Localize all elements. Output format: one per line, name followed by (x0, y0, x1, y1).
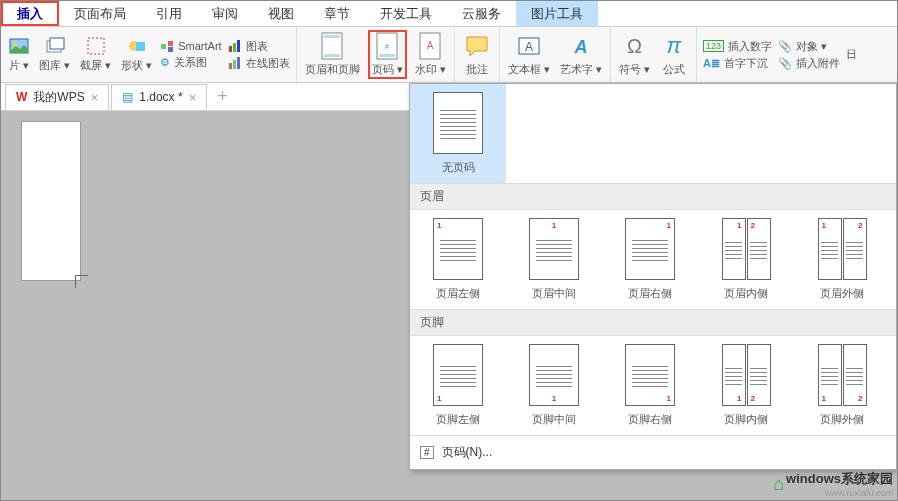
svg-text:#: # (385, 43, 389, 50)
smartart-icon (160, 39, 174, 53)
wordart-button[interactable]: A艺术字 ▾ (558, 32, 604, 77)
svg-point-1 (13, 42, 17, 46)
textbox-button[interactable]: A文本框 ▾ (506, 32, 552, 77)
svg-rect-13 (229, 63, 232, 69)
onlinechart-icon (228, 56, 242, 70)
svg-rect-3 (50, 38, 64, 49)
watermark-button[interactable]: A水印 ▾ (413, 32, 448, 77)
screenshot-icon (86, 36, 106, 56)
textbox-icon: A (515, 32, 543, 60)
symbol-icon: Ω (620, 32, 648, 60)
relation-button[interactable]: ⚙关系图 (160, 55, 221, 70)
svg-rect-7 (161, 44, 166, 49)
ribbon: 片 ▾ 图库 ▾ 截屏 ▾ 形状 ▾ SmartArt ⚙关系图 图表 在线图表… (1, 27, 897, 83)
footer-options: 1页脚左侧 1页脚中间 1页脚右侧 12页脚内侧 12页脚外侧 (410, 336, 896, 435)
menu-tabs: 插入 页面布局 引用 审阅 视图 章节 开发工具 云服务 图片工具 (1, 1, 897, 27)
tab-chapter[interactable]: 章节 (309, 1, 365, 26)
watermark: ⌂ windows系统家园www.ruxiafu.com (773, 470, 893, 498)
insertnum-button[interactable]: 123插入数字 (703, 39, 772, 54)
shapes-button[interactable]: 形状 ▾ (119, 36, 154, 73)
pagenum-icon: # (373, 32, 401, 60)
section-header: 页眉 (410, 183, 896, 210)
comment-button[interactable]: 批注 (461, 32, 493, 77)
svg-rect-4 (88, 38, 104, 54)
watermark-icon: A (416, 32, 444, 60)
page-preview (21, 121, 81, 281)
tab-insert[interactable]: 插入 (1, 1, 59, 26)
shapes-icon (127, 36, 147, 56)
pagenum-more[interactable]: #页码(N)... (410, 435, 896, 469)
picture-button[interactable]: 片 ▾ (7, 36, 31, 73)
svg-rect-21 (379, 54, 395, 57)
svg-rect-17 (324, 35, 340, 38)
comment-icon (463, 32, 491, 60)
header-outer[interactable]: 12页眉外侧 (794, 210, 890, 309)
formula-button[interactable]: π公式 (658, 32, 690, 77)
header-options: 1页眉左侧 1页眉中间 1页眉右侧 12页眉内侧 12页眉外侧 (410, 210, 896, 309)
symbol-button[interactable]: Ω符号 ▾ (617, 32, 652, 77)
pagenum-none[interactable]: 无页码 (410, 84, 506, 183)
tab-view[interactable]: 视图 (253, 1, 309, 26)
footer-left[interactable]: 1页脚左侧 (410, 336, 506, 435)
wps-icon: W (16, 90, 27, 104)
svg-rect-12 (237, 40, 240, 52)
wordart-icon: A (567, 32, 595, 60)
relation-icon: ⚙ (160, 56, 170, 69)
headerfooter-icon (318, 32, 346, 60)
chart-icon (228, 39, 242, 53)
screenshot-button[interactable]: 截屏 ▾ (78, 36, 113, 73)
dropcap-button[interactable]: A≣首字下沉 (703, 56, 772, 71)
doc-icon: ▤ (122, 90, 133, 104)
footer-right[interactable]: 1页脚右侧 (602, 336, 698, 435)
svg-text:A: A (525, 40, 533, 54)
svg-rect-10 (229, 46, 232, 52)
tab-review[interactable]: 审阅 (197, 1, 253, 26)
gallery-button[interactable]: 图库 ▾ (37, 36, 72, 73)
svg-rect-15 (237, 57, 240, 69)
formula-icon: π (660, 32, 688, 60)
header-inner[interactable]: 12页眉内侧 (698, 210, 794, 309)
object-button[interactable]: 📎对象 ▾ (778, 39, 840, 54)
hash-icon: # (420, 446, 434, 459)
attach-button[interactable]: 📎插入附件 (778, 56, 840, 71)
dropcap-icon: A≣ (703, 57, 720, 70)
number-icon: 123 (703, 40, 724, 52)
svg-rect-6 (136, 42, 145, 51)
svg-rect-14 (233, 60, 236, 69)
footer-center[interactable]: 1页脚中间 (506, 336, 602, 435)
house-icon: ⌂ (773, 474, 784, 495)
smartart-button[interactable]: SmartArt (160, 39, 221, 53)
tab-dev[interactable]: 开发工具 (365, 1, 447, 26)
date-button[interactable]: 日 (846, 47, 857, 62)
doc-tab-file[interactable]: ▤1.docx *× (111, 84, 207, 110)
headerfooter-button[interactable]: 页眉和页脚 (303, 32, 362, 77)
svg-rect-8 (168, 41, 173, 46)
svg-rect-9 (168, 47, 173, 52)
tab-cloud[interactable]: 云服务 (447, 1, 516, 26)
attach-icon: 📎 (778, 57, 792, 70)
chart-button[interactable]: 图表 (228, 39, 290, 54)
header-center[interactable]: 1页眉中间 (506, 210, 602, 309)
footer-inner[interactable]: 12页脚内侧 (698, 336, 794, 435)
gallery-icon (45, 36, 65, 56)
pagenum-button[interactable]: #页码 ▾ (368, 30, 407, 79)
svg-text:A: A (427, 40, 434, 51)
tab-layout[interactable]: 页面布局 (59, 1, 141, 26)
svg-rect-18 (324, 54, 340, 57)
picture-icon (9, 36, 29, 56)
onlinechart-button[interactable]: 在线图表 (228, 56, 290, 71)
doc-tab-wps[interactable]: W我的WPS× (5, 84, 109, 110)
pagenum-dropdown: 无页码 页眉 1页眉左侧 1页眉中间 1页眉右侧 12页眉内侧 12页眉外侧 页… (409, 83, 897, 470)
header-left[interactable]: 1页眉左侧 (410, 210, 506, 309)
svg-rect-11 (233, 43, 236, 52)
svg-text:A: A (573, 37, 587, 57)
footer-outer[interactable]: 12页脚外侧 (794, 336, 890, 435)
object-icon: 📎 (778, 40, 792, 53)
header-right[interactable]: 1页眉右侧 (602, 210, 698, 309)
tab-reference[interactable]: 引用 (141, 1, 197, 26)
new-tab-button[interactable]: + (209, 86, 236, 107)
close-icon[interactable]: × (189, 90, 197, 105)
section-footer: 页脚 (410, 309, 896, 336)
tab-picture-tools[interactable]: 图片工具 (516, 1, 598, 26)
close-icon[interactable]: × (91, 90, 99, 105)
